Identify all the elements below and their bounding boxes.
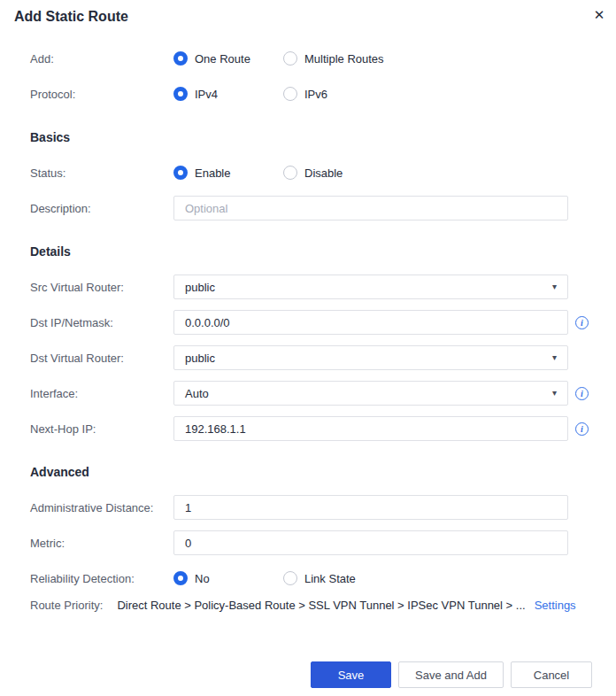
row-reliability-detection: Reliability Detection: No Link State [30, 566, 597, 591]
section-details: Details [30, 243, 597, 260]
chevron-down-icon: ▾ [552, 282, 557, 291]
radio-unselected-icon[interactable] [283, 571, 297, 585]
radio-option-no[interactable]: No [173, 571, 283, 585]
status-label: Status: [30, 166, 173, 180]
save-and-add-button[interactable]: Save and Add [398, 661, 504, 688]
route-priority-label: Route Priority: [30, 599, 103, 612]
add-label: Add: [30, 52, 173, 66]
description-label: Description: [30, 202, 173, 215]
save-button[interactable]: Save [311, 661, 391, 688]
radio-label: One Route [195, 52, 250, 66]
radio-unselected-icon[interactable] [283, 51, 297, 66]
cancel-button[interactable]: Cancel [511, 661, 592, 688]
dst-virtual-router-label: Dst Virtual Router: [30, 352, 173, 365]
reliability-detection-label: Reliability Detection: [30, 572, 173, 585]
radio-unselected-icon[interactable] [283, 166, 297, 180]
close-icon[interactable]: ✕ [589, 5, 609, 25]
info-icon[interactable]: i [575, 387, 589, 400]
section-advanced: Advanced [30, 463, 597, 481]
radio-selected-icon[interactable] [173, 166, 188, 180]
add-static-route-form: Add: One Route Multiple Routes Protocol:… [30, 46, 597, 688]
row-src-virtual-router: Src Virtual Router: public ▾ [30, 275, 597, 299]
radio-option-ipv4[interactable]: IPv4 [173, 87, 283, 101]
radio-unselected-icon[interactable] [283, 87, 297, 101]
info-icon[interactable]: i [575, 316, 589, 329]
radio-label: IPv6 [304, 88, 327, 101]
page-title: Add Static Route [14, 7, 616, 27]
radio-label: Link State [304, 572, 356, 585]
row-dst-ip-netmask: Dst IP/Netmask: i [30, 310, 597, 335]
radio-option-link-state[interactable]: Link State [283, 571, 356, 585]
radio-label: No [195, 572, 210, 585]
src-virtual-router-label: Src Virtual Router: [30, 281, 173, 294]
dst-ip-netmask-label: Dst IP/Netmask: [30, 316, 173, 329]
row-description: Description: [30, 196, 597, 220]
radio-option-disable[interactable]: Disable [283, 166, 343, 180]
row-interface: Interface: Auto ▾ i [30, 381, 597, 406]
chevron-down-icon: ▾ [552, 353, 557, 362]
route-priority-settings-link[interactable]: Settings [535, 599, 576, 612]
dst-ip-netmask-input[interactable] [173, 310, 568, 335]
chevron-down-icon: ▾ [552, 389, 557, 398]
row-status: Status: Enable Disable [30, 160, 597, 185]
info-icon[interactable]: i [575, 422, 589, 436]
administrative-distance-label: Administrative Distance: [30, 501, 173, 514]
radio-label: Multiple Routes [304, 52, 384, 66]
radio-label: Enable [195, 166, 230, 180]
dialog-footer: Save Save and Add Cancel [30, 661, 597, 688]
metric-label: Metric: [30, 537, 173, 550]
radio-option-one-route[interactable]: One Route [173, 51, 283, 66]
protocol-label: Protocol: [30, 88, 173, 101]
row-metric: Metric: [30, 530, 597, 555]
next-hop-ip-input[interactable] [173, 416, 568, 441]
row-dst-virtual-router: Dst Virtual Router: public ▾ [30, 345, 597, 370]
description-input[interactable] [173, 196, 568, 220]
select-value: Auto [185, 387, 209, 400]
route-priority-value: Direct Route > Policy-Based Route > SSL … [117, 599, 525, 612]
metric-input[interactable] [173, 530, 568, 555]
section-basics: Basics [30, 128, 597, 146]
next-hop-ip-label: Next-Hop IP: [30, 422, 173, 436]
radio-label: IPv4 [195, 88, 218, 101]
radio-option-enable[interactable]: Enable [173, 166, 283, 180]
row-protocol: Protocol: IPv4 IPv6 [30, 81, 597, 106]
dst-virtual-router-select[interactable]: public ▾ [173, 345, 568, 370]
interface-label: Interface: [30, 387, 173, 400]
row-next-hop-ip: Next-Hop IP: i [30, 416, 597, 441]
row-add: Add: One Route Multiple Routes [30, 46, 597, 71]
select-value: public [185, 352, 215, 365]
radio-selected-icon[interactable] [173, 571, 188, 585]
radio-option-ipv6[interactable]: IPv6 [283, 87, 327, 101]
row-administrative-distance: Administrative Distance: [30, 495, 597, 520]
row-route-priority: Route Priority: Direct Route > Policy-Ba… [30, 596, 597, 614]
select-value: public [185, 281, 215, 294]
radio-label: Disable [304, 166, 343, 180]
radio-selected-icon[interactable] [173, 87, 188, 101]
src-virtual-router-select[interactable]: public ▾ [173, 275, 568, 299]
radio-option-multiple-routes[interactable]: Multiple Routes [283, 51, 384, 66]
radio-selected-icon[interactable] [173, 51, 188, 66]
administrative-distance-input[interactable] [173, 495, 568, 520]
interface-select[interactable]: Auto ▾ [173, 381, 568, 406]
